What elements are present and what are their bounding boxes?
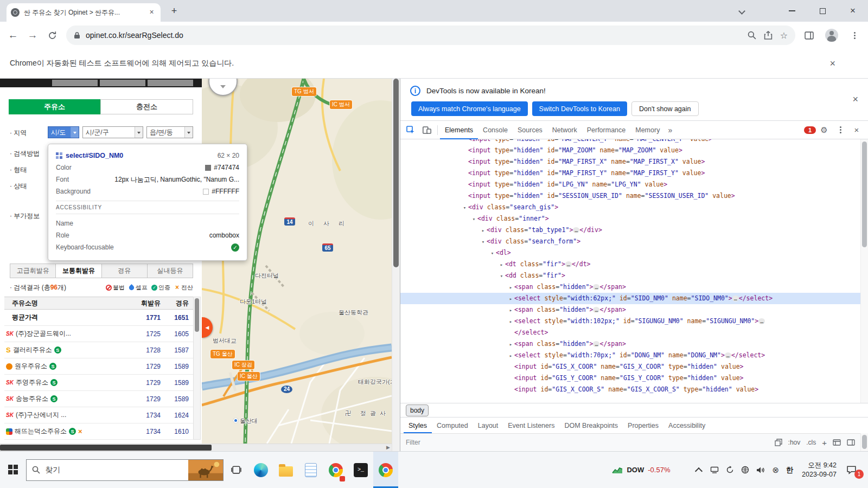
station-row[interactable]: 해뜨는덕소주유소S×17341610 — [4, 423, 193, 440]
share-icon[interactable] — [764, 31, 773, 40]
dom-tree-line[interactable]: <input id="GIS_X_COOR" name="GIS_X_COOR"… — [400, 361, 860, 373]
site-menu-item[interactable] — [100, 80, 145, 86]
tray-expand-chevron-icon[interactable] — [695, 467, 703, 474]
dont-show-again-button[interactable]: Don't show again — [631, 101, 699, 116]
search-highlight-image[interactable] — [188, 460, 223, 480]
bookmark-star-icon[interactable]: ☆ — [780, 30, 788, 41]
maximize-button[interactable] — [807, 0, 838, 22]
devtools-tab-performance[interactable]: Performance — [582, 121, 631, 139]
dom-tree-line[interactable]: ▾<div class="inner"> — [400, 213, 860, 224]
styles-tab-styles[interactable]: Styles — [404, 418, 432, 433]
sido-select[interactable]: 시/도 — [48, 126, 79, 138]
dom-tree-line[interactable]: <input id="GIS_Y_COOR" name="GIS_Y_COOR"… — [400, 373, 860, 384]
dom-tree-line[interactable]: ▸<select style="width:70px;" id="DONG_NM… — [400, 350, 860, 361]
issues-counter[interactable]: 1 — [804, 126, 816, 134]
browser-tab[interactable]: 싼 주유소 찾기 Opinet > 싼주유... × — [7, 3, 161, 22]
styles-tab-event-listeners[interactable]: Event Listeners — [503, 418, 559, 433]
dom-tree-line[interactable]: </select> — [400, 327, 860, 338]
styles-filter-input[interactable] — [406, 439, 769, 446]
dom-tree-line[interactable]: <input id="GIS_X_COOR_S" name="GIS_X_COO… — [400, 384, 860, 395]
side-panel-icon[interactable] — [800, 26, 818, 44]
styles-scrollbar-thumb[interactable] — [862, 435, 867, 449]
dong-select[interactable]: 읍/면/동 — [146, 126, 193, 138]
dom-tree-line[interactable]: <input type="hidden" id="MAP_CENTER_Y" n… — [400, 139, 860, 145]
file-explorer-button[interactable] — [273, 452, 298, 488]
address-bar[interactable]: opinet.co.kr/searRgSelect.do ☆ — [66, 25, 795, 45]
always-match-language-button[interactable]: Always match Chrome's language — [411, 101, 528, 116]
dom-tree-line[interactable]: ▸<span class="hidden">…</span> — [400, 338, 860, 350]
reload-button[interactable] — [42, 25, 62, 45]
window-close-button[interactable]: × — [838, 0, 868, 22]
dom-tree-line[interactable]: ▾<dd class="fir"> — [400, 270, 860, 281]
site-menu-item[interactable] — [148, 80, 193, 86]
new-style-rule-button[interactable]: + — [822, 438, 827, 447]
switch-devtools-korean-button[interactable]: Switch DevTools to Korean — [532, 101, 627, 116]
sidebar-toggle-icon[interactable] — [847, 439, 855, 446]
vscroll-thumb[interactable] — [393, 79, 399, 267]
eject-icon[interactable]: ⊗ — [772, 465, 779, 475]
station-row[interactable]: 평균가격17711651 — [4, 310, 193, 326]
dom-tree-line[interactable]: ▸<select style="width:62px;" id="SIDO_NM… — [400, 293, 860, 304]
new-tab-button[interactable]: + — [167, 5, 181, 19]
dom-tree-line[interactable]: ▸<span class="hidden">…</span> — [400, 281, 860, 293]
station-row[interactable]: SK주영주유소S17291589 — [4, 375, 193, 391]
dom-tree-line[interactable]: ▸<dt class="fir">…</dt> — [400, 259, 860, 270]
styles-tab-accessibility[interactable]: Accessibility — [663, 418, 710, 433]
display-icon[interactable] — [710, 466, 719, 473]
station-row[interactable]: S갤러리주유소S17281587 — [4, 342, 193, 358]
inspect-element-icon[interactable] — [403, 123, 419, 138]
forward-button[interactable]: → — [23, 25, 42, 45]
more-tabs-icon[interactable]: » — [665, 126, 675, 134]
infobar-close-icon[interactable]: × — [829, 58, 835, 69]
minimize-button[interactable] — [777, 0, 807, 22]
map[interactable]: TG 범서IC 범서14이 사 리65다전터널다운1터널울산동학관범서대교TG … — [202, 79, 392, 444]
station-row[interactable]: SK(주)장군골드웨이...17251605 — [4, 326, 193, 342]
device-toolbar-icon[interactable] — [419, 123, 435, 138]
station-row[interactable]: 원우주유소S17291589 — [4, 358, 193, 375]
dom-tree-line[interactable]: ▾<div class="search_gis"> — [400, 202, 860, 213]
styles-tab-dom-breakpoints[interactable]: DOM Breakpoints — [559, 418, 623, 433]
sigungu-select[interactable]: 시/군/구 — [82, 126, 143, 138]
styles-tab-layout[interactable]: Layout — [473, 418, 503, 433]
page-vertical-scrollbar[interactable] — [392, 79, 400, 451]
page-horizontal-scrollbar[interactable]: ▶ — [0, 444, 392, 451]
styles-tab-computed[interactable]: Computed — [432, 418, 473, 433]
styles-scrollbar[interactable] — [860, 433, 868, 451]
tab-charging-station[interactable]: 충전소 — [100, 99, 193, 114]
devtools-tab-network[interactable]: Network — [547, 121, 582, 139]
fuel-tab[interactable]: 고급휘발유 — [10, 264, 56, 278]
dom-tree-line[interactable]: <input type="hidden" id="MAP_FIRST_Y" na… — [400, 168, 860, 179]
zoom-icon[interactable] — [748, 31, 756, 40]
devtools-menu-kebab-icon[interactable] — [832, 123, 848, 138]
dom-tree-line[interactable]: ▸<div class="tab_type1">…</div> — [400, 224, 860, 236]
devtools-close-icon[interactable]: × — [848, 123, 865, 138]
start-button[interactable] — [0, 452, 26, 488]
dom-tree-line[interactable]: <input type="hidden" id="SESSION_USER_ID… — [400, 190, 860, 202]
breadcrumb-body[interactable]: body — [406, 404, 429, 416]
dom-tree-line[interactable]: <input type="hidden" id="MAP_ZOOM" name=… — [400, 145, 860, 156]
tab-close-icon[interactable]: × — [147, 8, 156, 17]
action-center-button[interactable]: 1 — [843, 465, 859, 474]
devtools-scrollbar-thumb[interactable] — [862, 142, 867, 247]
dom-tree-line[interactable]: ▸<span class="hidden">…</span> — [400, 304, 860, 316]
dom-tree-line[interactable]: ▾<div class="search_form"> — [400, 236, 860, 247]
devtools-tab-sources[interactable]: Sources — [513, 121, 547, 139]
element-classes-button[interactable]: .cls — [806, 439, 816, 446]
table-scrollbar-thumb[interactable] — [195, 298, 199, 332]
station-row[interactable]: SK송능주유소S17291589 — [4, 391, 193, 407]
element-states-icon[interactable] — [775, 439, 782, 446]
task-view-button[interactable] — [224, 452, 248, 488]
taskbar-search[interactable]: 찾기 — [26, 459, 224, 481]
toggle-element-state-button[interactable]: :hov — [788, 439, 801, 446]
fuel-tab[interactable]: 실내등유 — [148, 264, 193, 278]
dom-tree-line[interactable]: ▾<dl> — [400, 247, 860, 259]
devtools-tab-elements[interactable]: Elements — [440, 121, 478, 139]
tab-search-chevron-icon[interactable] — [738, 8, 745, 15]
scroll-right-arrow-icon[interactable]: ▶ — [386, 444, 390, 451]
volume-icon[interactable] — [756, 466, 765, 474]
chrome-button-active[interactable] — [373, 452, 398, 488]
terminal-button[interactable] — [348, 452, 373, 488]
edge-button[interactable] — [248, 452, 273, 488]
network-icon[interactable] — [741, 466, 749, 474]
fuel-tab[interactable]: 경유 — [102, 264, 148, 278]
